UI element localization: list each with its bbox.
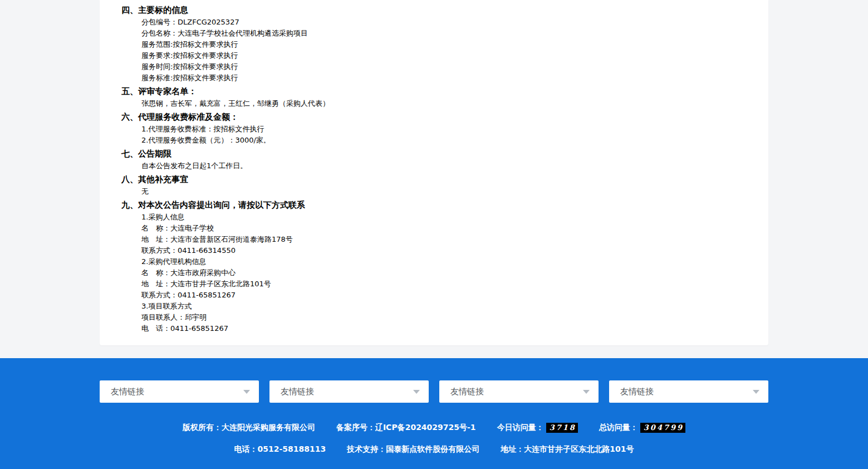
total-visits: 总访问量： 304799 xyxy=(599,423,685,433)
section-heading: 五、评审专家名单： xyxy=(121,85,746,97)
today-visits-counter: 3718 xyxy=(546,423,578,433)
tech-support-text: 技术支持：国泰新点软件股份有限公司 xyxy=(347,444,479,455)
friend-links-label: 友情链接 xyxy=(450,387,484,397)
detail-line: 自本公告发布之日起1个工作日。 xyxy=(121,160,746,172)
detail-line: 名 称：大连市政府采购中心 xyxy=(121,267,746,279)
today-visits: 今日访问量： 3718 xyxy=(497,423,578,433)
section-heading: 六、代理服务收费标准及金额： xyxy=(121,111,746,123)
detail-line: 张思钢，吉长军，戴充富，王红仁，邹继勇（采购人代表） xyxy=(121,98,746,109)
detail-line: 服务范围:按招标文件要求执行 xyxy=(121,39,746,50)
announcement-content: 四、主要标的信息 分包编号：DLZFCG2025327 分包名称：大连电子学校社… xyxy=(100,0,768,345)
detail-line: 2.采购代理机构信息 xyxy=(121,256,746,267)
phone-text: 电话：0512-58188113 xyxy=(234,444,326,455)
detail-line: 2.代理服务收费金额（元）：3000/家。 xyxy=(121,135,746,146)
page-gap xyxy=(0,345,868,358)
detail-line: 名 称：大连电子学校 xyxy=(121,223,746,234)
detail-line: 服务时间:按招标文件要求执行 xyxy=(121,61,746,72)
detail-line: 无 xyxy=(121,186,746,197)
friend-links-label: 友情链接 xyxy=(620,387,654,397)
chevron-down-icon xyxy=(413,390,420,394)
friend-links-row: 友情链接 友情链接 友情链接 友情链接 xyxy=(100,380,768,403)
footer: 友情链接 友情链接 友情链接 友情链接 版权所有：大连阳光采购服务有限公司 备案… xyxy=(0,358,868,469)
detail-line: 1.采购人信息 xyxy=(121,212,746,223)
detail-line: 服务要求:按招标文件要求执行 xyxy=(121,50,746,61)
detail-line: 地 址：大连市金普新区石河街道泰海路178号 xyxy=(121,234,746,245)
footer-line-1: 版权所有：大连阳光采购服务有限公司 备案序号：辽ICP备2024029725号-… xyxy=(0,423,868,433)
page: 四、主要标的信息 分包编号：DLZFCG2025327 分包名称：大连电子学校社… xyxy=(0,0,868,469)
friend-links-label: 友情链接 xyxy=(281,387,314,397)
detail-line: 分包名称：大连电子学校社会代理机构遴选采购项目 xyxy=(121,28,746,39)
detail-line: 分包编号：DLZFCG2025327 xyxy=(121,17,746,28)
detail-line: 电 话：0411-65851267 xyxy=(121,323,746,334)
friend-links-select-1[interactable]: 友情链接 xyxy=(100,380,259,403)
detail-line: 联系方式：0411-66314550 xyxy=(121,245,746,256)
friend-links-select-4[interactable]: 友情链接 xyxy=(609,380,768,403)
friend-links-label: 友情链接 xyxy=(111,387,144,397)
address-text: 地址：大连市甘井子区东北北路101号 xyxy=(501,444,634,455)
detail-line: 1.代理服务收费标准：按招标文件执行 xyxy=(121,124,746,135)
footer-line-2: 电话：0512-58188113 技术支持：国泰新点软件股份有限公司 地址：大连… xyxy=(0,444,868,455)
detail-line: 地 址：大连市甘井子区东北北路101号 xyxy=(121,279,746,290)
total-visits-label: 总访问量： xyxy=(599,423,638,433)
detail-line: 联系方式：0411-65851267 xyxy=(121,290,746,301)
icp-number: 备案序号：辽ICP备2024029725号-1 xyxy=(336,423,476,433)
section-heading: 九、对本次公告内容提出询问，请按以下方式联系 xyxy=(121,199,746,211)
friend-links-select-3[interactable]: 友情链接 xyxy=(439,380,599,403)
copyright-text: 版权所有：大连阳光采购服务有限公司 xyxy=(183,423,315,433)
chevron-down-icon xyxy=(583,390,590,394)
chevron-down-icon xyxy=(753,390,759,394)
detail-line: 3.项目联系方式 xyxy=(121,301,746,312)
total-visits-counter: 304799 xyxy=(640,423,685,433)
friend-links-select-2[interactable]: 友情链接 xyxy=(269,380,429,403)
section-heading: 七、公告期限 xyxy=(121,148,746,160)
chevron-down-icon xyxy=(243,390,250,394)
section-heading: 八、其他补充事宜 xyxy=(121,173,746,185)
today-visits-label: 今日访问量： xyxy=(497,423,544,433)
detail-line: 服务标准:按招标文件要求执行 xyxy=(121,72,746,84)
section-heading: 四、主要标的信息 xyxy=(121,4,746,16)
detail-line: 项目联系人：邱宇明 xyxy=(121,312,746,323)
